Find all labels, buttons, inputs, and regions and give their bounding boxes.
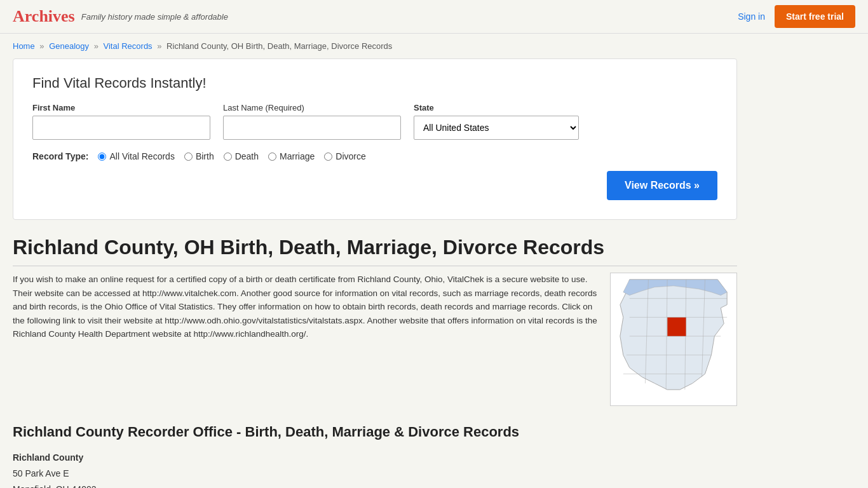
radio-death-input[interactable]: [224, 152, 232, 161]
radio-death[interactable]: Death: [224, 151, 259, 161]
address-block: Richland County 50 Park Ave E Mansfield,…: [13, 450, 737, 488]
record-type-label: Record Type:: [32, 151, 88, 161]
ohio-map-svg: [610, 273, 737, 406]
fields-row: First Name Last Name (Required) State Al…: [32, 103, 717, 140]
breadcrumb-sep1: »: [39, 41, 44, 51]
last-name-group: Last Name (Required): [223, 103, 401, 140]
breadcrumb-sep2: »: [94, 41, 98, 51]
radio-all-vital-input[interactable]: [98, 152, 106, 161]
breadcrumb-vital-records[interactable]: Vital Records: [104, 41, 153, 51]
breadcrumb-current: Richland County, OH Birth, Death, Marria…: [166, 41, 392, 51]
sub-heading: Richland County Recorder Office - Birth,…: [13, 424, 737, 440]
radio-birth-input[interactable]: [184, 152, 193, 161]
page-title: Richland County, OH Birth, Death, Marria…: [13, 236, 737, 266]
state-group: State All United States Alabama Alaska A…: [414, 103, 579, 140]
breadcrumb-sep3: »: [157, 41, 161, 51]
content-section: If you wish to make an online request fo…: [13, 273, 737, 408]
svg-rect-11: [667, 317, 686, 336]
radio-divorce[interactable]: Divorce: [324, 151, 365, 161]
ohio-map: [610, 273, 737, 408]
search-title: Find Vital Records Instantly!: [32, 75, 717, 92]
body-paragraph: If you wish to make an online request fo…: [13, 273, 597, 341]
header: Archives Family history made simple & af…: [0, 0, 868, 34]
search-box: Find Vital Records Instantly! First Name…: [13, 58, 737, 220]
start-trial-button[interactable]: Start free trial: [775, 5, 855, 28]
header-right: Sign in Start free trial: [738, 5, 855, 28]
radio-marriage[interactable]: Marriage: [268, 151, 315, 161]
archives-logo: Archives: [13, 7, 75, 26]
county-name: Richland County: [13, 450, 737, 466]
last-name-label: Last Name (Required): [223, 103, 401, 112]
radio-marriage-input[interactable]: [268, 152, 276, 161]
record-type-row: Record Type: All Vital Records Birth Dea…: [32, 151, 717, 161]
sign-in-link[interactable]: Sign in: [738, 11, 765, 22]
first-name-group: First Name: [32, 103, 210, 140]
state-label: State: [414, 103, 579, 112]
radio-divorce-input[interactable]: [324, 152, 332, 161]
address-line2: Mansfield, OH 44902: [13, 482, 737, 488]
search-btn-row: View Records »: [32, 171, 717, 200]
first-name-label: First Name: [32, 103, 210, 112]
radio-birth[interactable]: Birth: [184, 151, 214, 161]
view-records-button[interactable]: View Records »: [607, 171, 717, 200]
breadcrumb-genealogy[interactable]: Genealogy: [49, 41, 89, 51]
address-line1: 50 Park Ave E: [13, 466, 737, 482]
header-left: Archives Family history made simple & af…: [13, 7, 228, 26]
breadcrumb: Home » Genealogy » Vital Records » Richl…: [0, 34, 868, 58]
last-name-input[interactable]: [223, 116, 401, 140]
first-name-input[interactable]: [32, 116, 210, 140]
radio-all-vital[interactable]: All Vital Records: [98, 151, 174, 161]
state-select[interactable]: All United States Alabama Alaska Arizona…: [414, 116, 579, 140]
breadcrumb-home[interactable]: Home: [13, 41, 35, 51]
tagline: Family history made simple & affordable: [81, 12, 228, 22]
content-text: If you wish to make an online request fo…: [13, 273, 597, 408]
main-content: Find Vital Records Instantly! First Name…: [0, 58, 750, 488]
